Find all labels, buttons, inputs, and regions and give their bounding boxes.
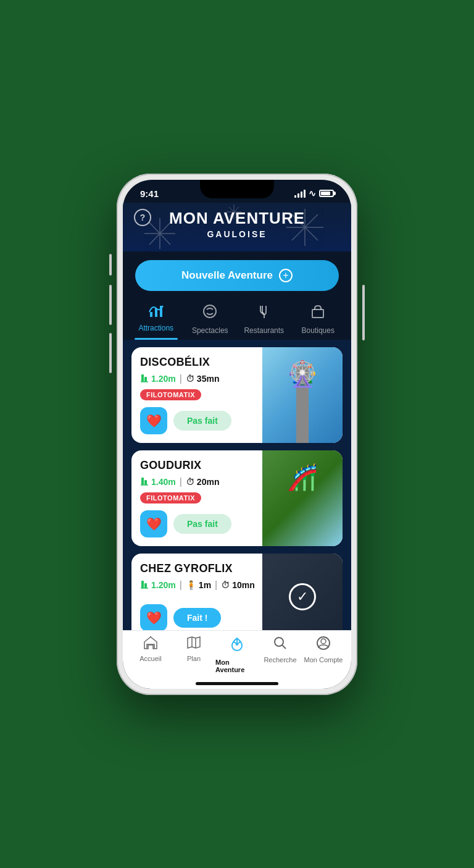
goudurix-done-button[interactable]: Pas fait xyxy=(173,514,231,534)
header: ? MON AVENTURE GAULOISE xyxy=(123,203,351,251)
tab-attractions-label: Attractions xyxy=(138,324,173,332)
gyroflix-favorite-button[interactable]: ❤️ xyxy=(140,604,167,630)
svg-rect-36 xyxy=(141,581,144,588)
gyroflix-companion: 🧍 1m xyxy=(186,580,211,590)
svg-rect-29 xyxy=(312,310,323,318)
done-checkmark: ✓ xyxy=(289,583,316,610)
tab-attractions[interactable]: Attractions xyxy=(129,297,183,340)
gyroflix-actions: ❤️ Fait ! xyxy=(140,604,255,630)
discobelix-title: DISCOBÉLIX xyxy=(140,356,255,369)
svg-rect-30 xyxy=(141,374,144,382)
new-adventure-button[interactable]: Nouvelle Aventure + xyxy=(135,260,339,291)
nav-recherche[interactable]: Recherche xyxy=(259,636,302,673)
nav-compte[interactable]: Mon Compte xyxy=(302,636,345,673)
map-icon xyxy=(186,636,201,653)
goudurix-tag: FILOTOMATIX xyxy=(140,492,201,504)
discobelix-done-button[interactable]: Pas fait xyxy=(173,411,231,431)
goudurix-actions: ❤️ Pas fait xyxy=(140,510,255,537)
volume-up-button xyxy=(109,285,112,325)
battery-icon xyxy=(319,190,334,197)
tab-spectacles-label: Spectacles xyxy=(192,326,228,335)
discobelix-actions: ❤️ Pas fait xyxy=(140,407,255,434)
goudurix-info: GOUDURIX 1.40m xyxy=(131,450,262,546)
status-time: 9:41 xyxy=(140,188,159,199)
bottom-navigation: Accueil Plan xyxy=(123,630,351,682)
discobelix-stats: 1.20m | ⏱ 35mn xyxy=(140,373,255,385)
status-bar: 9:41 ∿ xyxy=(123,180,351,203)
svg-line-44 xyxy=(283,645,286,649)
nav-aventure-label: Mon Aventure xyxy=(215,659,259,673)
category-tabs: Attractions Spectacles xyxy=(123,297,351,340)
attractions-icon xyxy=(148,303,164,321)
account-icon xyxy=(316,636,331,654)
status-icons: ∿ xyxy=(294,188,334,198)
nav-plan[interactable]: Plan xyxy=(172,636,215,673)
home-indicator xyxy=(196,682,278,685)
volume-down-button xyxy=(109,333,112,373)
gyroflix-stats: 1.20m | 🧍 1m | ⏱ 10mn xyxy=(140,579,255,591)
svg-rect-37 xyxy=(144,583,147,588)
svg-rect-31 xyxy=(144,377,147,382)
clock-icon3: ⏱ xyxy=(221,580,230,590)
svg-point-46 xyxy=(321,639,326,644)
svg-point-39 xyxy=(150,636,151,638)
header-title: MON AVENTURE xyxy=(135,209,339,228)
attraction-card-gyroflix: CHEZ GYROFLIX 1.20m xyxy=(131,554,343,630)
discobelix-image xyxy=(262,347,343,443)
attraction-card-discobelix: DISCOBÉLIX 1.20m xyxy=(131,347,343,443)
tab-boutiques[interactable]: Boutiques xyxy=(291,297,346,340)
attractions-list: DISCOBÉLIX 1.20m xyxy=(123,340,351,630)
attraction-card-goudurix: GOUDURIX 1.40m xyxy=(131,450,343,546)
svg-point-42 xyxy=(236,643,238,646)
aventure-icon xyxy=(228,636,246,657)
phone-frame: 9:41 ∿ xyxy=(117,174,357,695)
signal-icon xyxy=(294,189,306,198)
goudurix-favorite-button[interactable]: ❤️ xyxy=(140,510,167,537)
discobelix-tag: FILOTOMATIX xyxy=(140,389,201,400)
home-icon xyxy=(143,636,158,653)
nav-recherche-label: Recherche xyxy=(264,656,296,664)
plus-icon: + xyxy=(279,269,293,282)
wifi-icon: ∿ xyxy=(309,188,316,198)
goudurix-title: GOUDURIX xyxy=(140,459,255,472)
restaurants-icon xyxy=(256,303,272,323)
nav-aventure[interactable]: Mon Aventure xyxy=(215,636,259,673)
mute-button xyxy=(109,254,112,276)
spectacles-icon xyxy=(202,303,218,323)
tab-active-indicator xyxy=(135,338,178,340)
svg-rect-33 xyxy=(141,478,144,485)
tab-restaurants[interactable]: Restaurants xyxy=(237,297,291,340)
discobelix-favorite-button[interactable]: ❤️ xyxy=(140,407,167,434)
search-icon xyxy=(273,636,288,654)
gyroflix-height: 1.20m xyxy=(140,579,176,591)
nav-accueil-label: Accueil xyxy=(139,655,161,662)
boutiques-icon xyxy=(310,303,326,323)
goudurix-time: ⏱ 20mn xyxy=(186,477,220,487)
gyroflix-image: ✓ xyxy=(262,554,343,630)
nav-compte-label: Mon Compte xyxy=(304,656,343,664)
height-icon xyxy=(140,373,149,385)
height-icon3 xyxy=(140,579,149,591)
phone-screen: 9:41 ∿ xyxy=(123,180,351,689)
svg-rect-24 xyxy=(150,312,152,317)
cta-label: Nouvelle Aventure xyxy=(181,269,273,282)
clock-icon: ⏱ xyxy=(186,374,194,384)
tab-spectacles[interactable]: Spectacles xyxy=(183,297,238,340)
header-subtitle: GAULOISE xyxy=(135,229,339,239)
discobelix-height: 1.20m xyxy=(140,373,176,385)
svg-point-43 xyxy=(275,638,283,646)
gyroflix-title: CHEZ GYROFLIX xyxy=(140,562,255,575)
tab-restaurants-label: Restaurants xyxy=(244,326,284,335)
notch xyxy=(200,180,274,198)
gyroflix-done-button[interactable]: Fait ! xyxy=(173,608,221,628)
tab-boutiques-label: Boutiques xyxy=(302,326,335,335)
discobelix-info: DISCOBÉLIX 1.20m xyxy=(131,347,262,443)
power-button xyxy=(362,285,365,340)
goudurix-stats: 1.40m | ⏱ 20mn xyxy=(140,476,255,488)
gyroflix-time: ⏱ 10mn xyxy=(221,580,255,590)
nav-plan-label: Plan xyxy=(187,655,201,662)
svg-rect-34 xyxy=(144,480,147,485)
nav-accueil[interactable]: Accueil xyxy=(129,636,172,673)
svg-point-27 xyxy=(204,305,216,318)
discobelix-time: ⏱ 35mn xyxy=(186,374,220,384)
